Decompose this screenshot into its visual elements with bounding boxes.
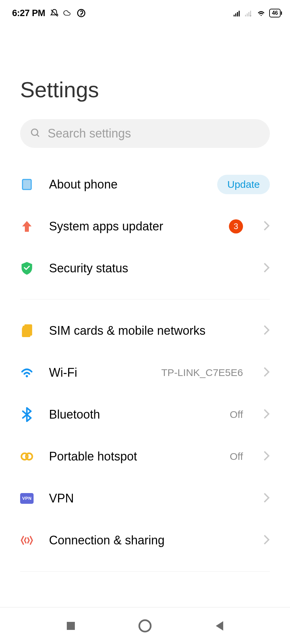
search-placeholder: Search settings [48, 126, 131, 141]
svg-rect-3 [235, 13, 236, 16]
item-value: TP-LINK_C7E5E6 [161, 367, 243, 378]
bluetooth-icon [20, 408, 34, 421]
item-label: Security status [49, 261, 248, 275]
signal-1-icon [234, 10, 242, 16]
item-label: Wi-Fi [49, 366, 146, 380]
svg-rect-8 [248, 12, 249, 16]
separator [20, 571, 270, 572]
chevron-right-icon [263, 220, 270, 232]
chevron-right-icon [263, 262, 270, 274]
svg-point-11 [32, 129, 38, 136]
recent-apps-button[interactable] [63, 619, 78, 633]
settings-item-sim[interactable]: SIM cards & mobile networks [0, 310, 290, 352]
svg-rect-2 [234, 15, 235, 16]
item-label: Bluetooth [49, 408, 214, 422]
sim-icon [20, 324, 34, 337]
search-input[interactable]: Search settings [20, 119, 270, 148]
status-time: 6:27 PM [12, 8, 45, 18]
svg-rect-5 [239, 11, 240, 16]
notification-off-icon [50, 9, 59, 17]
svg-point-14 [26, 375, 28, 377]
svg-point-18 [139, 620, 151, 632]
svg-point-16 [26, 453, 32, 460]
battery-icon: 46 [269, 9, 281, 17]
chevron-right-icon [263, 367, 270, 379]
settings-item-bluetooth[interactable]: Bluetooth Off [0, 393, 290, 435]
phone-icon [20, 178, 34, 191]
settings-item-connection-sharing[interactable]: Connection & sharing [0, 519, 290, 561]
settings-item-security-status[interactable]: Security status [0, 247, 290, 289]
status-left: 6:27 PM [12, 8, 86, 18]
search-icon [30, 128, 40, 139]
page-title: Settings [0, 20, 290, 112]
back-button[interactable] [212, 619, 227, 633]
wifi-icon [256, 9, 266, 17]
pinterest-icon [77, 9, 86, 17]
svg-text:x: x [250, 14, 251, 16]
search-container: Search settings [20, 119, 270, 148]
chevron-right-icon [263, 325, 270, 337]
chevron-right-icon [263, 450, 270, 463]
settings-list: About phone Update System apps updater 3… [0, 163, 290, 572]
separator [20, 299, 270, 300]
chevron-right-icon [263, 534, 270, 546]
item-label: SIM cards & mobile networks [49, 324, 248, 338]
update-button[interactable]: Update [217, 175, 270, 194]
chevron-right-icon [263, 409, 270, 421]
item-label: System apps updater [49, 219, 213, 233]
signal-2-icon: x [245, 10, 253, 16]
item-label: VPN [49, 491, 248, 505]
settings-item-about-phone[interactable]: About phone Update [0, 163, 290, 205]
cloud-icon [63, 9, 72, 17]
svg-rect-13 [22, 179, 31, 190]
chevron-right-icon [263, 492, 270, 504]
item-value: Off [230, 451, 243, 462]
settings-item-system-updater[interactable]: System apps updater 3 [0, 205, 290, 247]
navigation-bar [0, 607, 290, 644]
item-value: Off [230, 409, 243, 420]
status-right: x 46 [234, 9, 281, 17]
home-button[interactable] [138, 619, 152, 633]
wifi-icon [20, 366, 34, 379]
svg-rect-4 [237, 12, 238, 16]
item-label: About phone [49, 177, 202, 192]
arrow-up-icon [20, 220, 34, 233]
update-count-badge: 3 [229, 219, 243, 233]
settings-item-wifi[interactable]: Wi-Fi TP-LINK_C7E5E6 [0, 352, 290, 393]
settings-item-hotspot[interactable]: Portable hotspot Off [0, 435, 290, 477]
svg-rect-7 [247, 13, 248, 16]
svg-rect-6 [245, 15, 246, 16]
item-label: Connection & sharing [49, 533, 248, 547]
vpn-icon: VPN [20, 492, 34, 505]
shield-check-icon [20, 262, 34, 275]
settings-item-vpn[interactable]: VPN VPN [0, 477, 290, 519]
status-bar: 6:27 PM [0, 0, 290, 20]
connection-sharing-icon [20, 534, 34, 547]
item-label: Portable hotspot [49, 449, 214, 464]
hotspot-icon [20, 450, 34, 463]
svg-line-12 [37, 135, 39, 137]
svg-rect-17 [67, 622, 75, 630]
